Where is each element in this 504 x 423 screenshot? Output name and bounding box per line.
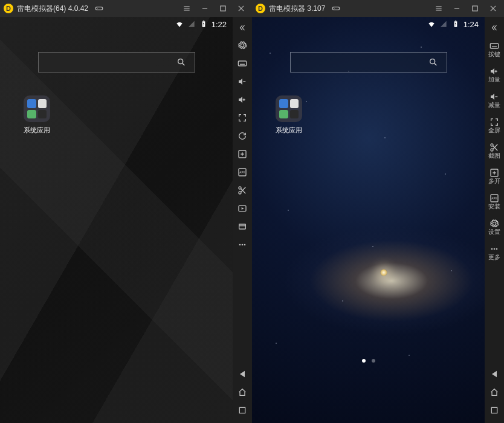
wifi-icon [175,20,184,28]
apk-icon [237,167,247,177]
menu-button[interactable] [179,1,194,16]
minimize-button[interactable] [198,1,212,16]
search-icon [428,57,438,67]
clock: 1:22 [212,20,227,29]
add-button[interactable] [234,145,251,163]
tool-label: 更多 [488,254,500,260]
keyboard-icon [489,41,499,51]
android-screen-left[interactable]: 1:22 系统应用 [0,17,233,423]
tool-label: 按键 [488,51,500,57]
folder-icon [24,95,50,122]
close-button[interactable] [486,1,500,16]
tool-label: 减量 [488,102,500,108]
search-input[interactable] [290,52,447,73]
volume-up-button[interactable]: 加量 [486,62,503,87]
keyboard-button[interactable] [234,54,251,73]
tool-label: 设置 [488,229,500,235]
maximize-button[interactable] [468,1,482,16]
home-button[interactable] [486,383,503,401]
multi-button[interactable]: 多开 [486,163,503,189]
home-icon [237,387,247,397]
folder-icon [276,95,302,122]
clock: 1:24 [464,20,479,29]
menu-button[interactable] [431,1,446,16]
play-box-icon [237,204,247,213]
rotate-icon [237,131,247,141]
signal-icon [439,20,448,28]
page-indicator [362,359,375,363]
system-apps-folder[interactable]: 系统应用 [273,95,305,135]
apk-button[interactable] [234,163,251,181]
screenshot-button[interactable]: 截图 [486,138,503,163]
folder-label: 系统应用 [276,126,302,135]
screenshot-button[interactable] [234,181,251,199]
back-button[interactable] [234,365,251,383]
side-toolbar-right: 按键加量减量全屏截图多开安装设置更多 [485,17,504,423]
vol-plus-icon [489,66,499,76]
more-button[interactable] [234,236,251,254]
page-dot[interactable] [372,359,375,363]
search-icon [176,57,186,67]
vol-minus-icon [237,77,247,86]
collapse-toolbar-button[interactable] [234,21,251,35]
tool-label: 加量 [488,77,500,83]
maximize-button[interactable] [216,1,230,16]
scissors-icon [237,186,247,195]
home-icon [489,387,499,397]
gear-icon [489,219,499,228]
logo-icon: D [4,4,13,13]
recent-button[interactable] [486,401,503,419]
keyboard-icon [237,59,247,68]
keymap-button[interactable]: 按键 [486,36,503,62]
rotate-button[interactable] [234,127,251,145]
vol-plus-icon [237,95,247,105]
add-box-icon [489,168,499,178]
tool-label: 安装 [488,204,500,210]
collapse-toolbar-button[interactable] [486,21,503,35]
settings-button[interactable]: 设置 [486,214,503,239]
window-icon [237,222,247,231]
volume-down-button[interactable]: 减量 [486,87,503,112]
emulator-left: D 雷电模拟器(64) 4.0.42 1:22 系统应用 [0,0,252,423]
settings-button[interactable] [234,36,251,54]
scissors-icon [489,143,499,152]
minimize-button[interactable] [450,1,464,16]
back-button[interactable] [486,365,503,383]
tool-label: 截图 [488,153,500,159]
gear-icon [237,40,247,50]
more-button[interactable]: 更多 [486,239,503,265]
fullscreen-button[interactable]: 全屏 [486,112,503,138]
install-button[interactable]: 安装 [486,189,503,214]
status-bar: 1:24 [252,17,485,31]
video-button[interactable] [234,199,251,218]
close-button[interactable] [234,1,248,16]
window-button[interactable] [234,218,251,236]
search-input[interactable] [38,52,195,73]
system-apps-folder[interactable]: 系统应用 [21,95,53,135]
dots-icon [489,244,499,254]
page-dot[interactable] [362,359,366,363]
volume-down-button[interactable] [234,73,251,91]
home-button[interactable] [234,383,251,401]
volume-up-button[interactable] [234,91,251,109]
battery-icon [199,20,208,28]
vol-minus-icon [489,92,499,102]
fullscreen-icon [237,113,247,123]
titlebar-left: D 雷电模拟器(64) 4.0.42 [0,0,252,17]
gamepad-icon[interactable] [92,1,106,16]
back-icon [237,369,247,379]
fullscreen-icon [489,117,499,127]
gamepad-icon[interactable] [329,1,343,16]
emulator-right: D 雷电模拟器 3.107 1:24 系统应用 [252,0,504,423]
recent-button[interactable] [234,401,251,419]
battery-icon [451,20,460,28]
tool-label: 全屏 [488,128,500,134]
recent-icon [489,405,499,415]
android-screen-right[interactable]: 1:24 系统应用 [252,17,485,423]
titlebar-right: D 雷电模拟器 3.107 [252,0,504,17]
window-title: 雷电模拟器 3.107 [269,4,325,14]
fullscreen-button[interactable] [234,109,251,127]
folder-label: 系统应用 [24,126,50,135]
add-box-icon [237,149,247,159]
back-icon [489,369,499,379]
